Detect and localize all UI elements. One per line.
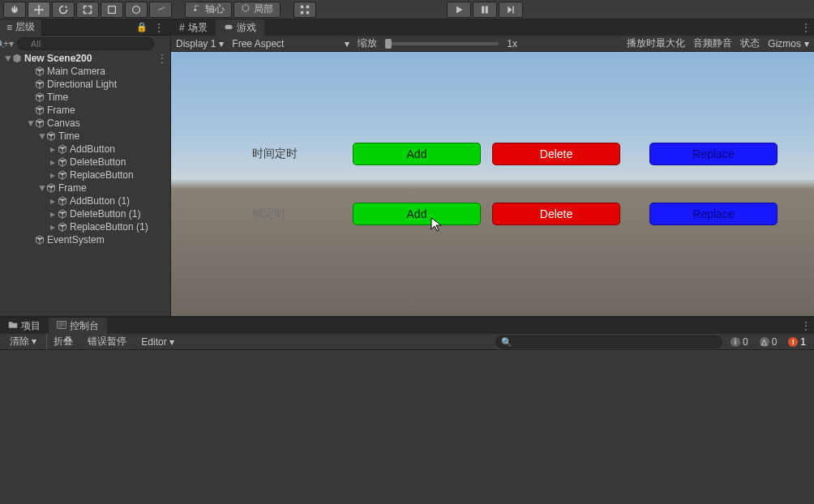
collapse-toggle[interactable]: 折叠 xyxy=(46,333,78,350)
console-tab[interactable]: 控制台 xyxy=(49,318,107,334)
tree-item[interactable]: ▸AddButton xyxy=(0,143,170,156)
scene-tab-icon: # xyxy=(179,22,185,33)
tree-item[interactable]: ▸DeleteButton (1) xyxy=(0,207,170,220)
stats-toggle[interactable]: 状态 xyxy=(740,36,760,50)
warn-badge[interactable]: △0 xyxy=(756,336,781,348)
maximize-on-play-toggle[interactable]: 播放时最大化 xyxy=(627,36,685,50)
tree-item-label: AddButton xyxy=(68,143,115,155)
clear-button[interactable]: 清除 ▾ xyxy=(5,333,41,350)
gameobject-icon xyxy=(45,131,57,141)
hierarchy-icon: ≡ xyxy=(6,22,12,33)
custom-tool-button[interactable] xyxy=(149,2,172,18)
aspect-dropdown[interactable]: Free Aspect▾ xyxy=(232,38,349,49)
hierarchy-tab[interactable]: ≡ 层级 xyxy=(0,19,42,36)
tree-item[interactable]: Time xyxy=(0,91,170,104)
frame-timer-label: 帧定时 xyxy=(252,207,341,221)
delete-button-frame[interactable]: Delete xyxy=(492,203,620,225)
tree-item-label: Frame xyxy=(45,105,75,116)
error-icon: ! xyxy=(788,337,798,347)
unity-icon xyxy=(11,53,23,63)
tree-item[interactable]: ▼Time xyxy=(0,130,170,143)
hierarchy-panel: ≡ 层级 🔒 ⋮ +▾ 🔍 ▼ New Scene200 ⋮ Main Came… xyxy=(0,19,171,316)
rect-tool-button[interactable] xyxy=(101,2,123,18)
gameobject-icon xyxy=(34,105,45,115)
add-button-frame[interactable]: Add xyxy=(353,203,481,225)
bottom-panel-menu-icon[interactable]: ⋮ xyxy=(798,320,814,331)
info-badge[interactable]: i0 xyxy=(727,336,752,348)
scale-slider[interactable] xyxy=(385,42,499,45)
tree-item-label: AddButton (1) xyxy=(68,195,130,207)
gizmos-dropdown[interactable]: Gizmos▾ xyxy=(768,38,809,49)
gameobject-icon xyxy=(57,170,68,180)
tree-item[interactable]: EventSystem xyxy=(0,233,170,246)
replace-button-time[interactable]: Replace xyxy=(649,143,778,165)
display-dropdown[interactable]: Display 1▾ xyxy=(176,38,224,49)
pivot-label: 轴心 xyxy=(205,2,225,16)
tree-item[interactable]: ▸DeleteButton xyxy=(0,156,170,169)
hierarchy-search-input[interactable] xyxy=(17,37,154,50)
main-toolbar: 轴心 局部 xyxy=(0,0,814,19)
project-tab[interactable]: 项目 xyxy=(0,318,49,334)
project-tab-label: 项目 xyxy=(21,319,41,333)
step-button[interactable] xyxy=(499,2,523,18)
game-tab-label: 游戏 xyxy=(237,21,256,35)
tree-item-label: Time xyxy=(45,92,68,103)
scale-tool-button[interactable] xyxy=(76,2,99,18)
create-dropdown[interactable]: +▾ xyxy=(3,38,14,49)
tree-item[interactable]: Main Camera xyxy=(0,65,170,78)
add-button-time[interactable]: Add xyxy=(353,143,481,165)
lock-icon[interactable]: 🔒 xyxy=(136,22,148,32)
tree-item[interactable]: ▼Frame xyxy=(0,182,170,194)
tree-item[interactable]: ▼Canvas xyxy=(0,117,170,130)
svg-rect-10 xyxy=(225,24,232,28)
tree-item[interactable]: ▸ReplaceButton (1) xyxy=(0,220,170,233)
hierarchy-tree: ▼ New Scene200 ⋮ Main CameraDirectional … xyxy=(0,52,170,316)
editor-dropdown[interactable]: Editor ▾ xyxy=(136,335,179,349)
gameobject-icon xyxy=(57,196,68,206)
tree-item-label: Canvas xyxy=(45,117,80,129)
tree-item-label: ReplaceButton (1) xyxy=(68,221,148,233)
game-panel-menu-icon[interactable]: ⋮ xyxy=(798,22,814,33)
pivot-icon xyxy=(192,3,202,15)
scene-tab[interactable]: # 场景 xyxy=(171,19,216,36)
tree-item-label: Main Camera xyxy=(45,66,105,77)
svg-rect-9 xyxy=(512,6,514,13)
scale-value: 1x xyxy=(507,38,517,49)
scene-menu-icon[interactable]: ⋮ xyxy=(154,53,170,64)
transform-tool-button[interactable] xyxy=(125,2,148,18)
gameobject-icon xyxy=(34,79,45,89)
svg-rect-7 xyxy=(482,6,484,13)
local-mode-button[interactable]: 局部 xyxy=(233,2,281,18)
gameobject-icon xyxy=(57,222,68,232)
svg-rect-5 xyxy=(301,11,304,14)
pause-button[interactable] xyxy=(473,2,497,18)
scene-row[interactable]: ▼ New Scene200 ⋮ xyxy=(0,52,170,65)
tree-item[interactable]: ▸AddButton (1) xyxy=(0,194,170,207)
warn-icon: △ xyxy=(760,337,769,347)
scale-label: 缩放 xyxy=(358,36,377,50)
rotate-tool-button[interactable] xyxy=(52,2,75,18)
replace-button-frame[interactable]: Replace xyxy=(649,203,778,225)
tree-item-label: DeleteButton xyxy=(68,156,126,168)
console-icon xyxy=(57,320,66,332)
scene-tab-label: 场景 xyxy=(188,21,208,35)
console-search-input[interactable] xyxy=(495,335,722,348)
scene-name: New Scene200 xyxy=(23,53,92,64)
tree-item[interactable]: Directional Light xyxy=(0,78,170,91)
delete-button-time[interactable]: Delete xyxy=(492,143,620,165)
error-pause-toggle[interactable]: 错误暂停 xyxy=(83,333,131,350)
play-button[interactable] xyxy=(447,2,471,18)
tree-item-label: Time xyxy=(57,130,79,142)
gameobject-icon xyxy=(34,235,45,245)
tree-item[interactable]: ▸ReplaceButton xyxy=(0,169,170,182)
game-tab[interactable]: 游戏 xyxy=(216,19,264,36)
move-tool-button[interactable] xyxy=(28,2,50,18)
panel-menu-icon[interactable]: ⋮ xyxy=(151,22,167,33)
hand-tool-button[interactable] xyxy=(3,2,26,18)
svg-rect-3 xyxy=(301,5,304,8)
snap-button[interactable] xyxy=(293,2,316,18)
pivot-mode-button[interactable]: 轴心 xyxy=(185,2,232,18)
tree-item[interactable]: Frame xyxy=(0,104,170,117)
error-badge[interactable]: !1 xyxy=(785,336,809,348)
mute-audio-toggle[interactable]: 音频静音 xyxy=(693,36,732,50)
